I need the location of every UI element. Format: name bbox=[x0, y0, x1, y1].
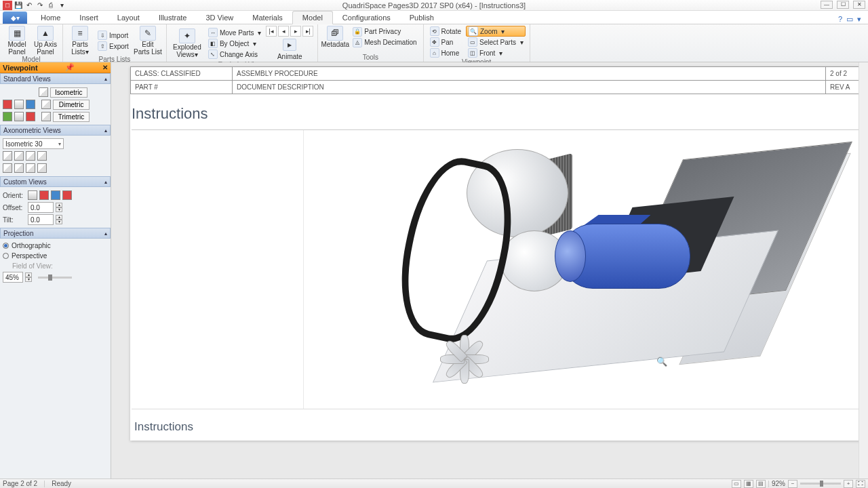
ribbon-minimize-icon[interactable]: ▭ bbox=[846, 15, 853, 24]
document-header-table: CLASS: CLASSIFIED ASSEMBLY PROCEDURE 2 o… bbox=[130, 66, 868, 94]
left-cube-icon[interactable] bbox=[26, 112, 35, 121]
axon-preset-combo[interactable]: Isometric 30▾ bbox=[3, 138, 64, 149]
view-mode-1-icon[interactable]: ▭ bbox=[732, 480, 741, 488]
tab-configurations[interactable]: Configurations bbox=[333, 12, 400, 24]
back-cube-icon[interactable] bbox=[3, 112, 12, 121]
tab-insert[interactable]: Insert bbox=[70, 12, 108, 24]
tab-home[interactable]: Home bbox=[31, 12, 70, 24]
pan-button[interactable]: ✥Pan bbox=[428, 37, 463, 47]
part-privacy-button[interactable]: 🔒Part Privacy bbox=[351, 26, 418, 37]
application-button[interactable]: ◆▾ bbox=[3, 12, 27, 24]
bottom-cube-icon[interactable] bbox=[14, 112, 24, 121]
dim-cube-icon[interactable] bbox=[41, 100, 51, 109]
dimetric-button[interactable]: Dimetric bbox=[53, 100, 90, 110]
panel-pin-icon[interactable]: 📌 bbox=[65, 63, 75, 72]
axon-cube-7[interactable] bbox=[26, 163, 35, 173]
orient-cube-4[interactable] bbox=[62, 190, 72, 200]
tab-3dview[interactable]: 3D View bbox=[196, 12, 243, 24]
zoom-slider[interactable] bbox=[800, 483, 841, 485]
up-axis-button[interactable]: ▲Up Axis Panel bbox=[33, 26, 58, 56]
exploded-views-button[interactable]: ✦Exploded Views▾ bbox=[171, 28, 203, 58]
tab-illustrate[interactable]: Illustrate bbox=[149, 12, 197, 24]
tilt-label: Tilt: bbox=[3, 216, 26, 224]
3d-viewport[interactable]: 🔍 bbox=[304, 130, 868, 409]
orient-cube-3[interactable] bbox=[51, 190, 60, 200]
move-parts-button[interactable]: ↔Move Parts ▾ bbox=[206, 27, 263, 38]
qat-app-icon[interactable]: □ bbox=[3, 1, 12, 10]
close-button[interactable]: ✕ bbox=[853, 1, 865, 9]
anim-last-icon[interactable]: ▸| bbox=[302, 26, 313, 37]
axon-cube-6[interactable] bbox=[14, 163, 24, 173]
section-title: Instructions bbox=[132, 94, 868, 128]
axon-cube-1[interactable] bbox=[3, 151, 12, 161]
model-panel-button[interactable]: ▦Model Panel bbox=[4, 26, 30, 56]
axon-cube-5[interactable] bbox=[3, 163, 12, 173]
persp-radio[interactable]: Perspective bbox=[3, 251, 108, 261]
tab-model[interactable]: Model bbox=[292, 11, 333, 24]
axon-cube-8[interactable] bbox=[37, 163, 47, 173]
zoom-out-button[interactable]: − bbox=[788, 480, 797, 488]
view-mode-2-icon[interactable]: ▦ bbox=[744, 480, 753, 488]
select-parts-button[interactable]: ▭Select Parts ▾ bbox=[466, 37, 526, 47]
parts-lists-button[interactable]: ≡Parts Lists▾ bbox=[67, 26, 93, 56]
zoom-fit-button[interactable]: ⛶ bbox=[856, 480, 865, 488]
tab-layout[interactable]: Layout bbox=[108, 12, 149, 24]
panel-close-icon[interactable]: ✕ bbox=[102, 64, 108, 71]
orient-cube-2[interactable] bbox=[39, 190, 49, 200]
anim-prev-icon[interactable]: ◂ bbox=[278, 26, 289, 37]
orient-cube-1[interactable] bbox=[28, 190, 37, 200]
vertical-scrollbar[interactable] bbox=[859, 62, 868, 479]
help-icon[interactable]: ? bbox=[838, 15, 842, 24]
by-object-button[interactable]: ◧By Object ▾ bbox=[206, 38, 263, 49]
export-button[interactable]: ⇧Export bbox=[96, 41, 131, 52]
home-button[interactable]: ⌂Home bbox=[428, 47, 463, 58]
axon-cube-4[interactable] bbox=[37, 151, 47, 161]
tri-cube-icon[interactable] bbox=[41, 112, 51, 121]
fov-spinner[interactable]: ▴▾ bbox=[25, 272, 32, 282]
import-button[interactable]: ⇩Import bbox=[96, 30, 131, 41]
anim-next-icon[interactable]: ▸ bbox=[290, 26, 301, 37]
offset-spinner[interactable]: ▴▾ bbox=[56, 203, 62, 212]
zoom-in-button[interactable]: + bbox=[844, 480, 853, 488]
animate-button[interactable]: ▶Animate bbox=[275, 38, 304, 61]
ribbon-help-dd-icon[interactable]: ▾ bbox=[857, 15, 861, 24]
top-cube-icon[interactable] bbox=[14, 100, 24, 109]
front-button[interactable]: ◫Front ▾ bbox=[466, 47, 526, 58]
offset-input[interactable]: 0.0 bbox=[28, 202, 54, 213]
trimetric-button[interactable]: Trimetric bbox=[53, 112, 90, 122]
fov-input[interactable]: 45% bbox=[3, 272, 23, 283]
change-axis-button[interactable]: ⤡Change Axis bbox=[206, 49, 263, 60]
section-projection[interactable]: Projection▴ bbox=[0, 228, 111, 239]
isometric-button[interactable]: Isometric bbox=[50, 87, 87, 98]
axon-cube-3[interactable] bbox=[26, 151, 35, 161]
qat-print-icon[interactable]: ⎙ bbox=[46, 1, 56, 10]
section-axon-views[interactable]: Axonometric Views▴ bbox=[0, 125, 111, 136]
qat-save-icon[interactable]: 💾 bbox=[14, 1, 23, 10]
tilt-input[interactable]: 0.0 bbox=[28, 214, 54, 225]
rotate-button[interactable]: ⟲Rotate bbox=[428, 26, 463, 37]
assembly-model: 🔍 bbox=[358, 130, 792, 401]
anim-first-icon[interactable]: |◂ bbox=[266, 26, 277, 37]
fov-slider[interactable] bbox=[38, 277, 72, 279]
tab-materials[interactable]: Materials bbox=[243, 12, 292, 24]
tilt-spinner[interactable]: ▴▾ bbox=[56, 215, 62, 224]
view-mode-3-icon[interactable]: ▤ bbox=[756, 480, 766, 488]
ortho-radio[interactable]: Orthographic bbox=[3, 241, 108, 251]
section-standard-views[interactable]: Standard Views▴ bbox=[0, 73, 111, 84]
edit-parts-list-button[interactable]: ✎Edit Parts List bbox=[134, 26, 162, 56]
qat-undo-icon[interactable]: ↶ bbox=[24, 1, 34, 10]
zoom-button[interactable]: 🔍Zoom ▾ bbox=[466, 26, 526, 37]
mesh-decimation-button[interactable]: ◬Mesh Decimation bbox=[351, 37, 418, 48]
iso-cube-icon[interactable] bbox=[39, 87, 48, 97]
section-custom-views[interactable]: Custom Views▴ bbox=[0, 176, 111, 187]
axon-cube-2[interactable] bbox=[14, 151, 24, 161]
qat-redo-icon[interactable]: ↷ bbox=[35, 1, 45, 10]
qat-more-icon[interactable]: ▾ bbox=[57, 1, 66, 10]
standard-views-body: Isometric Dimetric Trimetric bbox=[0, 84, 111, 125]
front-cube-icon[interactable] bbox=[3, 100, 12, 109]
metadata-button[interactable]: 🗊Metadata bbox=[322, 26, 348, 49]
side-cube-icon[interactable] bbox=[26, 100, 35, 109]
maximize-button[interactable]: ☐ bbox=[837, 1, 849, 9]
tab-publish[interactable]: Publish bbox=[400, 12, 443, 24]
minimize-button[interactable]: — bbox=[821, 1, 833, 9]
